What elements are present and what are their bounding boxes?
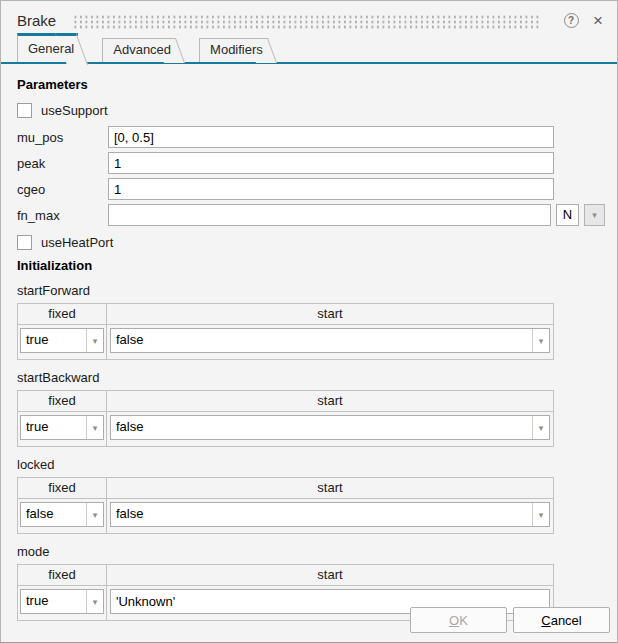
use-heat-port-checkbox[interactable] [17,235,32,250]
close-icon: × [593,12,603,29]
table-row: true ▾ false ▾ [18,325,553,359]
start-backward-start-combo[interactable]: false ▾ [110,415,550,440]
start-forward-label: startForward [17,283,617,298]
column-header-fixed: fixed [18,565,107,585]
column-header-start: start [107,304,553,324]
use-heat-port-label: useHeatPort [41,235,113,250]
fn-max-unit-dropdown-button[interactable]: ▾ [584,204,605,226]
column-header-start: start [107,565,553,585]
mode-fixed-combo[interactable]: true ▾ [20,589,104,614]
cancel-button[interactable]: Cancel [513,607,610,633]
start-backward-fixed-combo[interactable]: true ▾ [20,415,104,440]
table-row: false ▾ false ▾ [18,499,553,533]
use-heat-port-row: useHeatPort [17,230,617,254]
tab-general[interactable]: General [17,33,78,62]
peak-label: peak [17,156,108,171]
help-icon: ? [564,13,579,28]
initialization-heading: Initialization [17,258,617,273]
start-forward-fixed-combo[interactable]: true ▾ [20,328,104,353]
locked-label: locked [17,457,617,472]
chevron-down-icon: ▾ [532,329,549,352]
tab-bar: General Advanced Modifiers [1,33,617,64]
use-support-row: useSupport [17,98,617,122]
start-forward-table: fixed start true ▾ false ▾ [17,303,554,360]
mu-pos-input[interactable] [108,126,554,148]
locked-start-combo[interactable]: false ▾ [110,502,550,527]
close-button[interactable]: × [589,12,607,30]
chevron-down-icon: ▾ [86,416,103,439]
peak-input[interactable] [108,152,554,174]
locked-table: fixed start false ▾ false ▾ [17,477,554,534]
drag-handle-dots [74,15,539,29]
chevron-down-icon: ▾ [532,503,549,526]
peak-row: peak [17,152,554,174]
cgeo-input[interactable] [108,178,554,200]
table-row: true ▾ false ▾ [18,412,553,446]
column-header-start: start [107,478,553,498]
column-header-start: start [107,391,553,411]
column-header-fixed: fixed [18,391,107,411]
tab-modifiers[interactable]: Modifiers [199,38,267,62]
dialog-footer: OK Cancel [404,607,610,633]
start-forward-start-combo[interactable]: false ▾ [110,328,550,353]
fn-max-input[interactable] [108,204,551,226]
chevron-down-icon: ▾ [86,590,103,613]
start-backward-table: fixed start true ▾ false ▾ [17,390,554,447]
chevron-down-icon: ▾ [532,416,549,439]
chevron-down-icon: ▾ [592,210,597,220]
mode-label: mode [17,544,617,559]
use-support-checkbox[interactable] [17,103,32,118]
chevron-down-icon: ▾ [86,503,103,526]
dialog-title: Brake [17,12,56,29]
locked-fixed-combo[interactable]: false ▾ [20,502,104,527]
chevron-down-icon: ▾ [86,329,103,352]
tab-advanced[interactable]: Advanced [102,38,175,62]
help-button[interactable]: ? [562,12,580,30]
column-header-fixed: fixed [18,304,107,324]
ok-button[interactable]: OK [410,607,507,633]
brake-parameter-dialog: Brake ? × General Advanced Modifiers Par… [0,0,618,643]
fn-max-unit-value[interactable]: N [556,204,579,226]
general-tab-pane: Parameters useSupport mu_pos peak cgeo f… [1,64,617,621]
fn-max-label: fn_max [17,208,108,223]
fn-max-row: fn_max N ▾ [17,204,605,226]
cgeo-row: cgeo [17,178,554,200]
mu-pos-row: mu_pos [17,126,554,148]
start-backward-label: startBackward [17,370,617,385]
parameters-heading: Parameters [17,77,617,92]
column-header-fixed: fixed [18,478,107,498]
titlebar: Brake ? × [1,1,617,33]
cgeo-label: cgeo [17,182,108,197]
mu-pos-label: mu_pos [17,130,108,145]
use-support-label: useSupport [41,103,108,118]
